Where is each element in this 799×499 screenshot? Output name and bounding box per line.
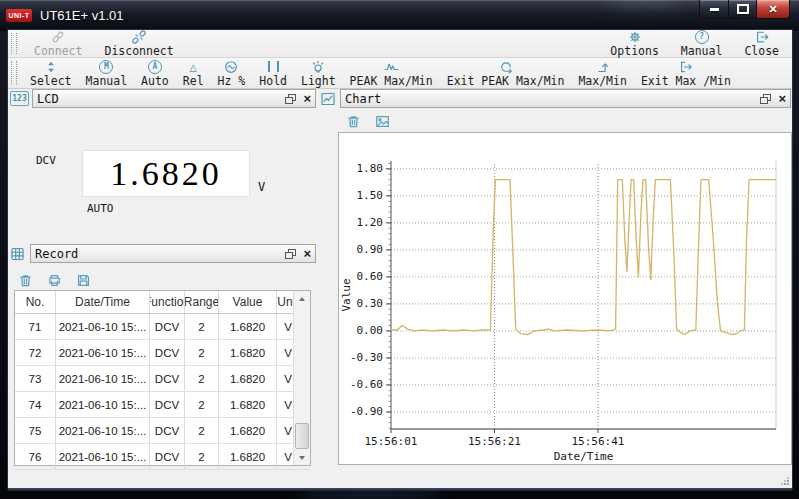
manual-mode-button[interactable]: M Manual (79, 58, 135, 88)
scroll-down-button[interactable] (294, 450, 310, 465)
record-table: No. Date/Time Function Range Value Unit … (14, 290, 311, 466)
table-cell: 71 (15, 314, 56, 339)
record-panel: Record × No. Date/Time (10, 245, 316, 499)
exit-peak-maxmin-button[interactable]: Exit PEAK Max/Min (440, 58, 572, 88)
float-panel-icon[interactable] (760, 94, 771, 104)
close-app-button[interactable]: Close (733, 30, 790, 57)
resize-grip-icon[interactable] (780, 476, 790, 486)
table-cell: 2021-06-10 15:... (56, 444, 150, 469)
select-button[interactable]: Select (23, 58, 79, 88)
table-cell: 1.6820 (219, 340, 277, 365)
table-row[interactable]: 712021-06-10 15:...DCV21.6820V (15, 314, 310, 340)
table-row[interactable]: 732021-06-10 15:...DCV21.6820V (15, 366, 310, 392)
table-row[interactable]: 742021-06-10 15:...DCV21.6820V (15, 392, 310, 418)
maximize-button[interactable] (729, 0, 756, 19)
chart-panel-header-row: Chart × (320, 90, 791, 107)
column-header[interactable]: Range (185, 291, 219, 313)
table-row[interactable]: 762021-06-10 15:...DCV21.6820V (15, 444, 310, 470)
close-panel-icon[interactable]: × (778, 93, 786, 104)
svg-text:-0.30: -0.30 (350, 351, 383, 364)
exit-maxmin-button[interactable]: Exit Max /Min (634, 58, 738, 88)
export-image-icon[interactable] (375, 114, 390, 129)
record-toolbar (18, 273, 91, 288)
table-cell: 75 (15, 418, 56, 443)
exit-peak-maxmin-label: Exit PEAK Max/Min (447, 75, 565, 87)
a-circle-icon: A (148, 60, 162, 74)
table-row[interactable]: 722021-06-10 15:...DCV21.6820V (15, 340, 310, 366)
column-header[interactable]: Date/Time (56, 291, 150, 313)
chart-panel: Chart × -0.90-0.60-0.300.000.300.600.901… (320, 90, 791, 487)
float-panel-icon[interactable] (285, 94, 296, 104)
manual-mode-label: Manual (86, 75, 128, 87)
column-header[interactable]: Function (150, 291, 185, 313)
chart-canvas: -0.90-0.60-0.300.000.300.600.901.201.501… (339, 133, 791, 464)
table-cell: 73 (15, 366, 56, 391)
exit-door-icon (755, 30, 769, 44)
lcd-panel-header[interactable]: LCD × (32, 89, 316, 108)
record-panel-header-row: Record × (10, 245, 316, 262)
peak-maxmin-button[interactable]: PEAK Max/Min (343, 58, 440, 88)
auto-mode-button[interactable]: A Auto (134, 58, 176, 88)
scroll-up-button[interactable] (294, 291, 310, 306)
light-label: Light (301, 75, 336, 87)
connect-button[interactable]: Connect (23, 30, 93, 57)
screen: UNI-T UT61E+ v1.01 ✕ Connect Disconnect (0, 0, 799, 499)
manual-help-label: Manual (681, 45, 723, 57)
clear-chart-icon[interactable] (346, 114, 361, 129)
scrollbar-thumb[interactable] (295, 423, 309, 449)
record-table-body: 712021-06-10 15:...DCV21.6820V722021-06-… (15, 314, 310, 470)
chart-panel-title: Chart (345, 92, 760, 106)
minimize-button[interactable] (699, 0, 729, 19)
close-button[interactable]: ✕ (756, 0, 790, 19)
table-cell: 1.6820 (219, 444, 277, 469)
options-button[interactable]: Options (599, 30, 669, 57)
delete-record-icon[interactable] (18, 273, 33, 288)
rel-label: Rel (183, 75, 204, 87)
hold-button[interactable]: Hold (252, 58, 294, 88)
toolbar-grip[interactable] (11, 33, 17, 54)
record-panel-header[interactable]: Record × (30, 244, 316, 263)
toolbar-grip[interactable] (11, 61, 17, 85)
rel-button[interactable]: △ Rel (176, 58, 211, 88)
chain-link-icon (51, 30, 65, 44)
main-toolbar: Connect Disconnect Options ? Manual (8, 30, 792, 58)
table-cell: 2 (185, 418, 219, 443)
manual-help-button[interactable]: ? Manual (670, 30, 734, 57)
select-label: Select (30, 75, 72, 87)
table-cell: 72 (15, 340, 56, 365)
record-table-header: No. Date/Time Function Range Value Unit (15, 291, 310, 314)
chart-toolbar (346, 114, 390, 129)
hz-percent-label: Hz % (218, 75, 246, 87)
table-cell: 2 (185, 340, 219, 365)
table-row[interactable]: 752021-06-10 15:...DCV21.6820V (15, 418, 310, 444)
close-panel-icon[interactable]: × (303, 93, 311, 104)
record-scrollbar[interactable] (293, 291, 310, 465)
table-cell: 2021-06-10 15:... (56, 340, 150, 365)
delta-triangle-icon: △ (190, 60, 197, 74)
chart-panel-header[interactable]: Chart × (340, 89, 791, 108)
table-cell: DCV (150, 392, 185, 417)
table-cell: 74 (15, 392, 56, 417)
hz-percent-button[interactable]: Hz % (211, 58, 253, 88)
table-cell: 2 (185, 444, 219, 469)
column-header[interactable]: Value (219, 291, 277, 313)
svg-text:0.60: 0.60 (357, 270, 384, 283)
lcd-panel-header-row: 123 LCD × (10, 90, 316, 107)
print-icon[interactable] (47, 273, 62, 288)
svg-text:0.00: 0.00 (357, 324, 384, 337)
save-icon[interactable] (76, 273, 91, 288)
lcd-function-label: DCV (36, 154, 56, 167)
titlebar[interactable]: UNI-T UT61E+ v1.01 ✕ (0, 0, 799, 31)
close-panel-icon[interactable]: × (303, 248, 311, 259)
light-button[interactable]: Light (294, 58, 343, 88)
updown-arrows-icon (44, 60, 58, 74)
scroll-up-icon (299, 297, 305, 301)
maxmin-button[interactable]: Max/Min (571, 58, 633, 88)
disconnect-button[interactable]: Disconnect (93, 30, 184, 57)
exit-maxmin-label: Exit Max /Min (641, 75, 731, 87)
gear-icon (628, 30, 642, 44)
float-panel-icon[interactable] (285, 249, 296, 259)
column-header[interactable]: No. (15, 291, 56, 313)
maxmin-label: Max/Min (578, 75, 626, 87)
table-cell: 2 (185, 392, 219, 417)
